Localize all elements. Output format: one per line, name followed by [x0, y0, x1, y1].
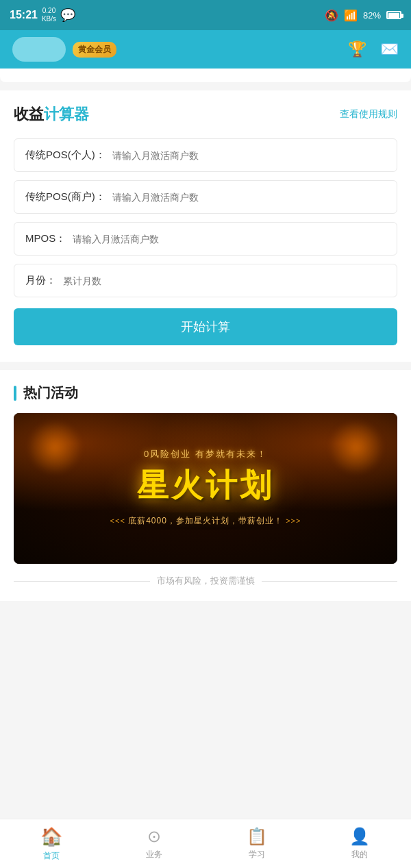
nav-item-learn[interactable]: 📋 学习 — [206, 827, 308, 860]
banner-content: 0风险创业 有梦就有未来！ 星火计划 <<< 底薪4000，参加星火计划，带薪创… — [14, 413, 397, 564]
calc-title-static: 收益 — [14, 106, 44, 123]
battery-percent: 82% — [363, 10, 381, 21]
mail-icon[interactable]: ✉️ — [380, 40, 399, 58]
top-card-strip — [0, 69, 411, 82]
disclaimer-text: 市场有风险，投资需谨慎 — [157, 575, 255, 587]
trophy-icon[interactable]: 🏆 — [348, 40, 366, 58]
rules-link[interactable]: 查看使用规则 — [340, 108, 397, 121]
disclaimer-divider: 市场有风险，投资需谨慎 — [14, 575, 397, 587]
status-time: 15:21 — [10, 9, 38, 21]
nav-item-home[interactable]: 🏠 首页 — [0, 826, 103, 862]
activity-banner[interactable]: 0风险创业 有梦就有未来！ 星火计划 <<< 底薪4000，参加星火计划，带薪创… — [14, 413, 397, 564]
pos-merchant-input[interactable] — [112, 192, 386, 203]
disclaimer-line-right — [262, 581, 398, 582]
pos-merchant-row: 传统POS(商户)： — [14, 180, 397, 214]
wifi-icon: 📶 — [344, 9, 358, 22]
bell-icon: 🔕 — [325, 9, 338, 22]
pos-personal-label: 传统POS(个人)： — [25, 149, 105, 162]
header-right: 🏆 ✉️ — [348, 40, 399, 58]
pos-personal-input[interactable] — [112, 150, 386, 161]
nav-item-business[interactable]: ⊙ 业务 — [103, 827, 206, 860]
disclaimer-line-left — [14, 581, 150, 582]
nav-label-mine: 我的 — [351, 849, 368, 860]
calc-title-highlight: 计算器 — [44, 106, 89, 123]
header: 黄金会员 🏆 ✉️ — [0, 30, 411, 69]
mpos-row: MPOS： — [14, 222, 397, 256]
banner-arrows-right: >>> — [286, 517, 301, 525]
business-icon: ⊙ — [147, 827, 161, 846]
disclaimer-container: 市场有风险，投资需谨慎 — [14, 564, 397, 587]
learn-icon: 📋 — [247, 827, 267, 846]
status-right: 🔕 📶 82% — [325, 9, 401, 22]
home-icon: 🏠 — [40, 826, 62, 847]
nav-label-business: 业务 — [146, 849, 162, 860]
status-bar: 15:21 0.20KB/s 💬 🔕 📶 82% — [0, 0, 411, 30]
avatar[interactable] — [12, 37, 66, 62]
mpos-label: MPOS： — [25, 232, 66, 245]
banner-arrows-left: <<< — [110, 517, 125, 525]
nav-label-learn: 学习 — [249, 849, 265, 860]
month-input[interactable] — [63, 275, 386, 286]
bottom-nav: 🏠 首页 ⊙ 业务 📋 学习 👤 我的 — [0, 819, 411, 868]
calc-title: 收益计算器 — [14, 104, 89, 125]
bottom-spacer — [0, 601, 411, 656]
status-speed: 0.20KB/s — [42, 7, 56, 23]
wechat-icon: 💬 — [60, 8, 75, 23]
banner-main-title: 星火计划 — [137, 464, 274, 507]
banner-bottom-text: <<< 底薪4000，参加星火计划，带薪创业！ >>> — [97, 512, 315, 530]
nav-item-mine[interactable]: 👤 我的 — [308, 827, 411, 860]
mine-icon: 👤 — [349, 827, 370, 846]
nav-label-home: 首页 — [43, 850, 60, 862]
gold-member-badge[interactable]: 黄金会员 — [73, 42, 116, 58]
section-title-row: 热门活动 — [14, 384, 397, 402]
calc-header: 收益计算器 查看使用规则 — [14, 104, 397, 125]
month-row: 月份： — [14, 264, 397, 297]
mpos-input[interactable] — [73, 234, 386, 245]
battery-icon — [386, 11, 401, 19]
hot-activities-section: 热门活动 0风险创业 有梦就有未来！ 星火计划 <<< 底薪4000，参加星火计… — [0, 370, 411, 601]
banner-sub-text: 0风险创业 有梦就有未来！ — [144, 448, 267, 460]
calculator-section: 收益计算器 查看使用规则 传统POS(个人)： 传统POS(商户)： MPOS：… — [0, 90, 411, 362]
section-title-bar — [14, 386, 16, 401]
pos-merchant-label: 传统POS(商户)： — [25, 190, 105, 203]
pos-personal-row: 传统POS(个人)： — [14, 138, 397, 172]
month-label: 月份： — [25, 274, 56, 287]
section-title: 热门活动 — [23, 384, 78, 402]
calc-button[interactable]: 开始计算 — [14, 308, 397, 345]
header-left: 黄金会员 — [12, 37, 116, 62]
banner-bottom-label: 底薪4000，参加星火计划，带薪创业！ — [128, 516, 286, 525]
status-left: 15:21 0.20KB/s 💬 — [10, 7, 75, 23]
